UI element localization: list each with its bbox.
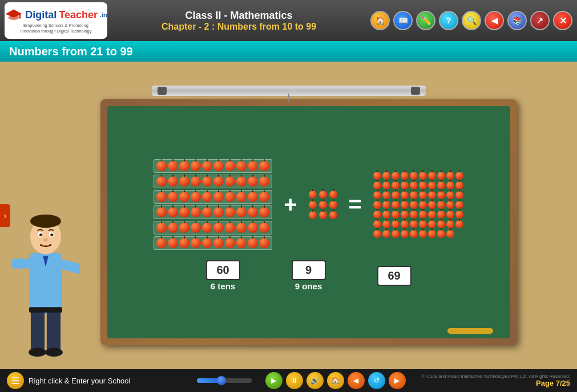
apple xyxy=(428,172,436,180)
logo-icon xyxy=(5,7,23,23)
apple xyxy=(329,191,337,199)
apple xyxy=(248,238,258,248)
apple xyxy=(156,176,167,187)
ones-group xyxy=(309,191,337,219)
header-title-sub: Chapter - 2 : Numbers from 10 to 99 xyxy=(119,22,359,32)
play-button[interactable]: ▶ xyxy=(265,372,283,389)
apple xyxy=(428,191,436,199)
blackboard-frame: + = 60 6 tens xyxy=(100,99,517,345)
apple xyxy=(236,192,247,202)
apple xyxy=(259,176,269,187)
apple xyxy=(446,191,454,199)
apple xyxy=(410,211,418,219)
apple xyxy=(213,238,224,248)
close-button[interactable]: ✕ xyxy=(553,11,572,30)
apple xyxy=(382,172,390,180)
blackboard-scroll[interactable] xyxy=(447,328,493,334)
ones-label-group: 9 9 ones xyxy=(292,260,326,291)
apple xyxy=(428,211,436,219)
apple xyxy=(248,223,258,233)
next-button[interactable]: ▶ xyxy=(389,372,406,389)
apple xyxy=(446,230,454,238)
apple xyxy=(419,220,427,228)
apple-row xyxy=(154,205,272,219)
search-button[interactable]: 🔍 xyxy=(462,11,481,30)
apple xyxy=(319,211,327,219)
blackboard-container: + = 60 6 tens xyxy=(55,86,523,345)
tens-group xyxy=(154,159,272,250)
svg-rect-15 xyxy=(31,308,45,352)
apple xyxy=(202,192,212,202)
apple xyxy=(191,161,201,171)
library-button[interactable]: 📚 xyxy=(507,11,527,30)
apple xyxy=(236,161,247,171)
footer-copyright: © Code and Pixels Interactive Technologi… xyxy=(422,374,570,379)
footer-menu-button[interactable]: ☰ xyxy=(7,372,24,389)
apple xyxy=(446,181,454,189)
logo-teacher: Teacher xyxy=(59,9,98,21)
apple xyxy=(410,191,418,199)
apple xyxy=(168,161,178,171)
apple xyxy=(156,238,167,248)
apple xyxy=(401,181,409,189)
footer-progress-thumb[interactable] xyxy=(217,376,226,385)
svg-point-18 xyxy=(29,348,46,357)
main-content: › xyxy=(0,62,577,369)
apple xyxy=(446,211,454,219)
subtitle-bar: Numbers from 21 to 99 xyxy=(0,41,577,62)
left-nav-arrow[interactable]: › xyxy=(0,204,10,227)
apple xyxy=(373,230,381,238)
apple xyxy=(373,220,381,228)
apple xyxy=(437,220,445,228)
apple xyxy=(259,207,269,217)
hanging-hook xyxy=(288,94,289,102)
footer-progress-bar[interactable] xyxy=(197,378,252,383)
edit-button[interactable]: ✏️ xyxy=(416,11,435,30)
apple xyxy=(213,192,224,202)
prev-button[interactable]: ◀ xyxy=(348,372,365,389)
help-button[interactable]: ? xyxy=(439,11,458,30)
apple-row xyxy=(154,190,272,204)
apple xyxy=(373,191,381,199)
svg-point-2 xyxy=(9,15,19,20)
blackboard-inner: + = 60 6 tens xyxy=(107,106,510,338)
apple xyxy=(248,161,258,171)
svg-point-10 xyxy=(43,238,48,241)
book-button[interactable]: 📖 xyxy=(393,11,413,30)
header: DigitalTeacher.in Empowering Schools & P… xyxy=(0,0,577,41)
result-apple-row xyxy=(373,211,463,219)
apple xyxy=(179,238,189,248)
tens-value-box: 60 xyxy=(206,260,240,280)
result-value-box: 69 xyxy=(377,266,411,286)
apple xyxy=(202,223,212,233)
apple xyxy=(392,230,400,238)
apple xyxy=(236,223,247,233)
share-button[interactable]: ↗ xyxy=(530,11,550,30)
apple xyxy=(156,207,167,217)
footer-home-button[interactable]: 🏠 xyxy=(327,372,344,389)
subtitle-text: Numbers from 21 to 99 xyxy=(9,45,133,58)
logo-in: .in xyxy=(100,11,107,18)
apple xyxy=(437,230,445,238)
reload-button[interactable]: ↺ xyxy=(368,372,385,389)
apple xyxy=(168,176,178,187)
labels-row: 60 6 tens 9 9 ones 69 xyxy=(206,260,411,291)
header-center: Class II - Mathematics Chapter - 2 : Num… xyxy=(107,10,370,32)
apple xyxy=(191,192,201,202)
result-group xyxy=(373,172,463,238)
ones-value-box: 9 xyxy=(292,260,326,280)
apple xyxy=(225,161,235,171)
apple xyxy=(382,211,390,219)
apple xyxy=(179,207,189,217)
apple xyxy=(156,161,167,171)
home-button[interactable]: 🏠 xyxy=(370,11,390,30)
apple xyxy=(191,223,201,233)
ones-label-text: 9 ones xyxy=(295,281,322,291)
apple xyxy=(225,238,235,248)
apple xyxy=(309,211,317,219)
apple xyxy=(179,176,189,187)
pause-button[interactable]: ⏸ xyxy=(286,372,303,389)
volume-button[interactable]: 🔊 xyxy=(306,372,324,389)
apple xyxy=(248,176,258,187)
prev-content-button[interactable]: ◀ xyxy=(485,11,504,30)
